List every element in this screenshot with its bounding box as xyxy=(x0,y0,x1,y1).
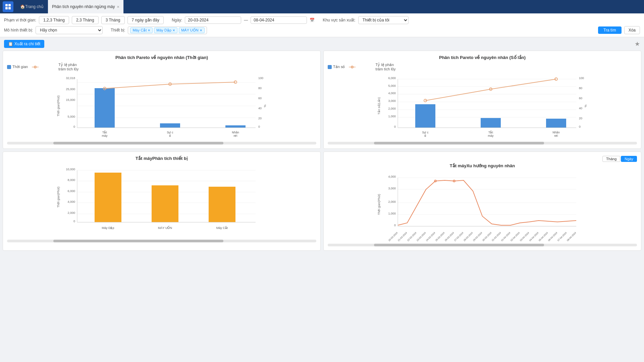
device-tag-maycat-label: Máy Cắt xyxy=(132,28,147,33)
chart-pareto-count-title: Phân tích Pareto về nguyên nhân (Số lần) xyxy=(328,55,637,60)
date-to-input[interactable] xyxy=(251,16,307,24)
svg-text:20: 20 xyxy=(579,117,582,120)
chart-pareto-count-svg: 6,000 5,000 4,000 3,000 2,000 1,000 0 Tầ… xyxy=(328,72,637,139)
legend-line-count-label: Tỷ lệ phần trăm tích lũy xyxy=(376,63,396,71)
period-btn-1[interactable]: 1,2,3 Tháng xyxy=(39,16,69,24)
chart-pareto-count-area: 6,000 5,000 4,000 3,000 2,000 1,000 0 Tầ… xyxy=(328,72,637,140)
bar-device-maycat xyxy=(209,187,235,222)
svg-text:2,000: 2,000 xyxy=(388,200,396,203)
svg-text:10,000: 10,000 xyxy=(66,168,75,171)
scrollbar-thumb-count[interactable] xyxy=(374,142,544,144)
chart-trend-area: 4,000 3,000 2,000 1,000 0 Thời gian(Phút… xyxy=(328,171,637,242)
area-label: Khu vực sản xuất: xyxy=(323,18,355,22)
svg-text:Tắt: Tắt xyxy=(488,130,493,134)
svg-text:ố: ố xyxy=(169,134,171,137)
svg-text:05-04-2024: 05-04-2024 xyxy=(538,232,548,242)
svg-text:60: 60 xyxy=(579,97,582,100)
favorite-button[interactable]: ★ xyxy=(635,40,640,48)
search-button[interactable]: Tra tìm xyxy=(598,26,622,34)
export-button[interactable]: 📋 Xuất ra chi tiết xyxy=(4,40,44,48)
tab-home[interactable]: 🏠 Trang chủ xyxy=(16,0,48,13)
chart-pareto-count-legend: Tần số Tỷ lệ phần trăm tích lũy xyxy=(328,63,637,71)
pareto-line-count xyxy=(425,79,556,101)
period-btn-3[interactable]: 3 Tháng xyxy=(101,16,125,24)
scrollbar-thumb-trend[interactable] xyxy=(374,244,544,246)
device-tag-maycat-close[interactable]: ✕ xyxy=(148,28,150,32)
period-btn-7day[interactable]: 7 ngày gần đây xyxy=(127,16,164,24)
chart-pareto-time-legend: Thời gian Tỷ lệ phần trăm tích lũy xyxy=(7,63,316,71)
scrollbar-thumb[interactable] xyxy=(53,142,223,144)
tab-home-label: Trang chủ xyxy=(25,4,44,9)
tab-close-icon[interactable]: ✕ xyxy=(117,5,119,9)
date-separator: — xyxy=(244,18,248,22)
legend-line-count: Tỷ lệ phần trăm tích lũy xyxy=(349,63,396,71)
chart-device-title: Tắt máyPhân tích thiết bị xyxy=(7,156,316,161)
svg-text:%: % xyxy=(584,105,587,107)
chart-pareto-time-area: 32,018 25,000 15,000 5,000 0 Thời gian(P… xyxy=(7,72,316,140)
svg-text:máy: máy xyxy=(102,134,108,137)
device-tag-maydap-label: Máy Dập xyxy=(156,28,171,33)
model-select[interactable]: Hãy chọn xyxy=(36,26,103,34)
chart-trend-scrollbar[interactable] xyxy=(328,244,637,246)
device-tag-mayuon-label: MÁY UỐN xyxy=(181,28,199,33)
chart-trend-title: Tắt máyXu hướng nguyên nhân xyxy=(328,163,637,168)
svg-text:Nhân: Nhân xyxy=(552,131,560,134)
svg-text:0: 0 xyxy=(73,220,75,223)
svg-text:23-03-2024: 23-03-2024 xyxy=(416,232,426,242)
export-icon: 📋 xyxy=(8,42,13,46)
svg-text:0: 0 xyxy=(579,125,581,128)
svg-text:26-03-2024: 26-03-2024 xyxy=(444,232,454,242)
bar-count-suco xyxy=(415,104,435,128)
device-tag-maydap[interactable]: Máy Dập ✕ xyxy=(154,27,177,33)
export-label: Xuất ra chi tiết xyxy=(14,42,40,46)
legend-line-time: Tỷ lệ phần trăm tích lũy xyxy=(32,63,79,71)
chart-device-scrollbar[interactable] xyxy=(7,240,316,242)
svg-text:rơi: rơi xyxy=(554,134,558,137)
svg-text:Thời gian(Phút): Thời gian(Phút) xyxy=(57,187,60,208)
device-tag-maycat[interactable]: Máy Cắt ✕ xyxy=(130,27,153,33)
legend-bar-time: Thời gian xyxy=(7,65,28,69)
svg-text:02-04-2024: 02-04-2024 xyxy=(510,232,520,242)
device-tag-mayuon[interactable]: MÁY UỐN ✕ xyxy=(179,27,205,33)
svg-text:6,000: 6,000 xyxy=(388,76,396,80)
svg-text:2,000: 2,000 xyxy=(388,107,396,110)
svg-text:08-04-2024: 08-04-2024 xyxy=(566,232,576,242)
svg-text:27-03-2024: 27-03-2024 xyxy=(453,232,464,242)
device-tag-mayuon-close[interactable]: ✕ xyxy=(200,28,202,32)
legend-bar-count-label: Tần số xyxy=(333,65,345,69)
area-select[interactable]: Thiết bị của tôi xyxy=(358,16,409,24)
scrollbar-thumb-device[interactable] xyxy=(53,240,223,242)
svg-text:Máy Dập: Máy Dập xyxy=(102,226,114,230)
chart-trend-svg: 4,000 3,000 2,000 1,000 0 Thời gian(Phút… xyxy=(328,171,637,241)
svg-text:40: 40 xyxy=(258,107,262,110)
chart-pareto-count-scrollbar[interactable] xyxy=(328,142,637,144)
trend-toggle-group: Tháng Ngày xyxy=(328,156,637,162)
bar-count-tatmay xyxy=(481,118,501,128)
device-tag-container: Máy Cắt ✕ Máy Dập ✕ MÁY UỐN ✕ xyxy=(128,26,207,34)
clear-button[interactable]: Xóa xyxy=(624,26,640,34)
svg-text:0: 0 xyxy=(394,125,396,128)
svg-text:07-04-2024: 07-04-2024 xyxy=(557,232,567,242)
device-tag-maydap-close[interactable]: ✕ xyxy=(172,28,175,32)
calendar-icon[interactable]: 📅 xyxy=(310,18,315,22)
svg-text:32,018: 32,018 xyxy=(66,76,75,80)
svg-text:0: 0 xyxy=(394,224,396,227)
svg-text:28-03-2024: 28-03-2024 xyxy=(463,232,473,242)
svg-text:rơi: rơi xyxy=(234,134,237,137)
svg-text:04-04-2024: 04-04-2024 xyxy=(529,232,539,242)
chart-pareto-time-scrollbar[interactable] xyxy=(7,142,316,144)
svg-text:ố: ố xyxy=(424,134,426,137)
toggle-month-button[interactable]: Tháng xyxy=(602,156,620,162)
tab-analysis[interactable]: Phân tích nguyên nhân ngừng máy ✕ xyxy=(48,0,124,13)
charts-grid: Phân tích Pareto về nguyên nhân (Thời gi… xyxy=(0,51,644,253)
svg-rect-1 xyxy=(8,4,11,6)
period-btn-2[interactable]: 2,3 Tháng xyxy=(72,16,99,24)
date-from-input[interactable] xyxy=(185,16,241,24)
svg-rect-0 xyxy=(5,4,8,6)
toggle-day-button[interactable]: Ngày xyxy=(621,156,637,162)
svg-text:8,000: 8,000 xyxy=(67,178,75,182)
period-label: Phạm vi thời gian: xyxy=(4,18,36,22)
svg-text:100: 100 xyxy=(579,76,584,80)
svg-text:3,000: 3,000 xyxy=(388,99,396,103)
legend-line-time-icon xyxy=(32,65,57,69)
